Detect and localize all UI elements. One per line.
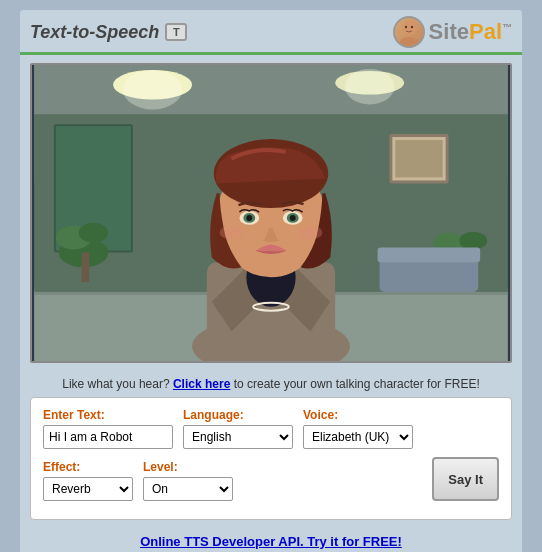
- svg-point-8: [123, 70, 182, 109]
- svg-point-2: [404, 26, 406, 28]
- header: Text-to-Speech T SitePal™: [20, 10, 522, 55]
- svg-point-22: [459, 232, 487, 250]
- controls-area: Enter Text: Language: English Spanish Fr…: [30, 397, 512, 520]
- svg-point-0: [402, 21, 416, 35]
- voice-group: Voice: Elizabeth (UK) James Kate: [303, 408, 413, 449]
- svg-point-1: [399, 37, 419, 46]
- enter-text-group: Enter Text:: [43, 408, 173, 449]
- say-it-button[interactable]: Say It: [432, 457, 499, 501]
- svg-point-42: [246, 215, 252, 221]
- level-label: Level:: [143, 460, 233, 474]
- footer: Online TTS Developer API. Try it for FRE…: [20, 528, 522, 552]
- svg-rect-19: [82, 252, 90, 282]
- level-select[interactable]: On Off Low High: [143, 477, 233, 501]
- svg-rect-28: [378, 248, 481, 263]
- main-container: Text-to-Speech T SitePal™: [20, 10, 522, 552]
- svg-rect-6: [34, 65, 508, 114]
- sitepal-logo: SitePal™: [393, 16, 512, 48]
- svg-rect-26: [395, 140, 442, 177]
- voice-select[interactable]: Elizabeth (UK) James Kate: [303, 425, 413, 449]
- sitepal-avatar-icon: [393, 16, 425, 48]
- avatar-container: [30, 63, 512, 363]
- language-group: Language: English Spanish French German: [183, 408, 293, 449]
- effect-label: Effect:: [43, 460, 133, 474]
- promo-text: Like what you hear? Click here to create…: [20, 371, 522, 397]
- svg-point-10: [345, 69, 394, 105]
- scene-background: [32, 65, 510, 361]
- svg-point-3: [410, 26, 412, 28]
- controls-row-1: Enter Text: Language: English Spanish Fr…: [43, 408, 499, 449]
- svg-point-45: [299, 226, 323, 240]
- app-title: Text-to-Speech: [30, 22, 159, 43]
- svg-point-43: [290, 215, 296, 221]
- svg-rect-27: [380, 257, 479, 292]
- svg-point-44: [220, 226, 244, 240]
- language-select[interactable]: English Spanish French German: [183, 425, 293, 449]
- svg-point-18: [79, 223, 109, 243]
- promo-link[interactable]: Click here: [173, 377, 230, 391]
- enter-text-label: Enter Text:: [43, 408, 173, 422]
- effect-select[interactable]: Reverb None Echo Robot: [43, 477, 133, 501]
- language-label: Language:: [183, 408, 293, 422]
- api-link[interactable]: Online TTS Developer API. Try it for FRE…: [140, 534, 402, 549]
- effect-group: Effect: Reverb None Echo Robot: [43, 460, 133, 501]
- header-left: Text-to-Speech T: [30, 22, 187, 43]
- avatar-scene: [32, 65, 510, 361]
- controls-row-2: Effect: Reverb None Echo Robot Level: On…: [43, 457, 499, 501]
- voice-label: Voice:: [303, 408, 413, 422]
- sitepal-text: SitePal™: [429, 19, 512, 45]
- keyboard-icon: T: [165, 23, 187, 41]
- enter-text-input[interactable]: [43, 425, 173, 449]
- level-group: Level: On Off Low High: [143, 460, 233, 501]
